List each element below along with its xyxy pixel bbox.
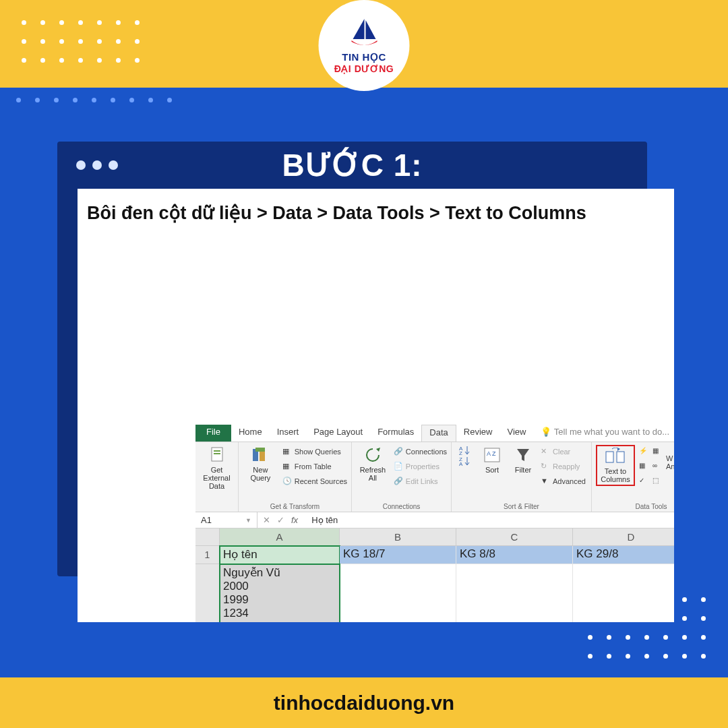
refresh-all-button[interactable]: Refresh All [356,445,390,482]
get-external-data-button[interactable]: Get External Data [200,445,234,490]
reapply-button[interactable]: ↻Reapply [541,460,586,473]
filter-button[interactable]: Filter [510,445,537,474]
cell[interactable] [456,564,573,622]
chevron-down-icon: ▼ [245,517,251,524]
tab-page-layout[interactable]: Page Layout [306,425,370,442]
tab-formulas[interactable]: Formulas [370,425,421,442]
reapply-icon: ↻ [541,462,550,471]
cell[interactable]: KG 29/8 [573,546,674,564]
text-to-columns-button[interactable]: Text to Columns [596,445,635,486]
relationships-button[interactable]: ∞ [653,460,662,473]
consolidate-button[interactable]: ▦ [653,445,662,458]
sort-icon: A Z [483,446,501,464]
advanced-button[interactable]: ▼Advanced [541,475,586,488]
label: Recent Sources [295,477,347,485]
tab-file[interactable]: File [195,425,231,442]
excel-screenshot: File Home Insert Page Layout Formulas Da… [195,425,674,622]
tab-home[interactable]: Home [231,425,270,442]
properties-button[interactable]: 📄Properties [394,460,447,473]
whatif-truncated: W An [666,445,674,471]
recent-icon: 🕓 [282,477,292,486]
properties-icon: 📄 [394,462,403,471]
col-header-b[interactable]: B [340,528,456,546]
svg-rect-1 [214,450,220,452]
edit-links-icon: 🔗 [394,477,403,486]
page: TIN HỌC ĐẠI DƯƠNG BƯỚC 1: Bôi đen cột dữ… [0,0,728,728]
tell-me[interactable]: 💡 Tell me what you want to do... [533,425,674,442]
row-headers: 1 2 3 4 [195,528,220,622]
spreadsheet-grid: 1 2 3 4 A B C D Họ tên [195,528,674,622]
sailboat-icon [347,18,381,47]
tab-insert[interactable]: Insert [270,425,307,442]
tab-view[interactable]: View [499,425,533,442]
sort-az-button[interactable]: AZ ZA [456,445,475,466]
fx-icon[interactable]: fx [291,515,298,525]
group-get-transform: New Query ▦Show Queries ▦From Table 🕓Rec… [239,442,352,512]
data-validation-button[interactable]: ✓ [639,475,648,488]
text-to-columns-icon [605,448,626,465]
show-queries-button[interactable]: ▦Show Queries [282,445,347,458]
tab-data[interactable]: Data [421,425,456,442]
group-label: Connections [356,501,447,510]
label: Advanced [553,477,586,485]
footer-url: tinhocdaiduong.vn [0,677,728,728]
clear-button[interactable]: ✕Clear [541,445,586,458]
recent-sources-button[interactable]: 🕓Recent Sources [282,475,347,488]
cell[interactable]: KG 8/8 [456,546,573,564]
group-data-tools: Text to Columns ⚡ ▦ ✓ ▦ ∞ ⬚ W An [592,442,674,512]
cell[interactable]: KG 18/7 [340,546,456,564]
cell[interactable] [340,564,456,622]
tell-me-text: Tell me what you want to do... [554,427,669,437]
svg-rect-5 [255,448,265,452]
label: From Table [295,462,332,471]
cancel-icon[interactable]: ✕ [263,515,270,525]
btn-label: Text to Columns [601,467,630,483]
flash-fill-button[interactable]: ⚡ [639,445,648,458]
name-box-value: A1 [201,515,212,525]
instruction-panel: Bôi đen cột dữ liệu > Data > Data Tools … [78,189,674,622]
table-row: Nguyễn Vũ 2000 1999 1234 [220,564,674,622]
enter-icon[interactable]: ✓ [277,515,284,525]
btn-label: New Query [250,466,270,482]
col-header-d[interactable]: D [573,528,674,546]
svg-text:A Z: A Z [487,450,496,457]
label: Edit Links [406,477,438,485]
btn-label: Sort [485,466,499,474]
col-header-c[interactable]: C [456,528,573,546]
logo-text-1: TIN HỌC [342,51,386,63]
remove-dup-button[interactable]: ▦ [639,460,648,473]
sort-za-icon: ZA [459,456,471,466]
instruction-text: Bôi đen cột dữ liệu > Data > Data Tools … [78,189,674,231]
btn-label: Filter [515,466,531,474]
ribbon-body: Get External Data New Query ▦Show Querie… [195,442,674,512]
column-headers: A B C D [220,528,674,546]
card-titlebar: BƯỚC 1: [57,142,647,189]
cell[interactable]: Họ tên [220,546,340,564]
formula-value[interactable]: Họ tên [311,515,338,525]
dup-icon: ▦ [639,462,648,471]
name-box[interactable]: A1▼ [195,512,257,528]
sort-button[interactable]: A Z Sort [479,445,506,474]
new-query-button[interactable]: New Query [243,445,278,482]
svg-text:Z: Z [459,450,462,456]
connections-button[interactable]: 🔗Connections [394,445,447,458]
label: Connections [406,448,447,456]
select-all-corner[interactable] [195,528,220,546]
row-header[interactable]: 2 [195,564,220,622]
label: Properties [406,462,439,471]
svg-rect-2 [214,453,220,454]
cell[interactable] [573,564,674,622]
data-model-button[interactable]: ⬚ [653,475,662,488]
cells-area[interactable]: Họ tên KG 18/7 KG 8/8 KG 29/8 Nguyễn Vũ … [220,546,674,622]
label: Reapply [553,462,580,471]
group-label: Get & Transform [243,501,347,510]
cell[interactable]: Nguyễn Vũ 2000 1999 1234 [220,564,340,622]
row-header[interactable]: 1 [195,546,220,564]
svg-rect-12 [606,452,613,462]
edit-links-button[interactable]: 🔗Edit Links [394,475,447,488]
logo: TIN HỌC ĐẠI DƯƠNG [319,0,410,91]
from-table-button[interactable]: ▦From Table [282,460,347,473]
col-header-a[interactable]: A [220,528,340,546]
svg-text:A: A [459,461,463,466]
tab-review[interactable]: Review [456,425,500,442]
